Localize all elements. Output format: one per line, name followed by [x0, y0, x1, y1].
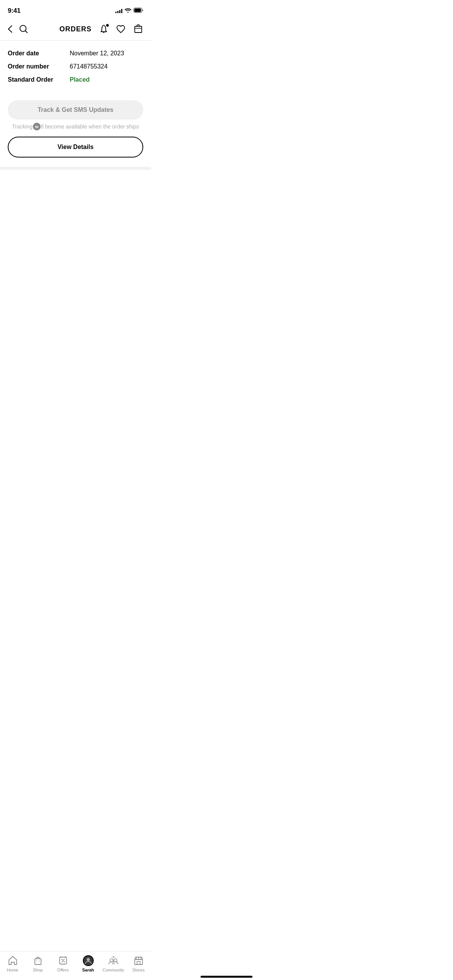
svg-rect-1 [134, 9, 141, 12]
svg-rect-3 [135, 26, 142, 33]
nav-header-right [114, 22, 145, 36]
back-button[interactable] [6, 24, 14, 34]
tracking-note: Tracking w ll become available when the … [8, 123, 143, 130]
nav-header: ORDERS [0, 19, 151, 41]
tracking-note-suffix: ll become available when the order ships [41, 123, 139, 130]
order-number-label: Order number [8, 63, 70, 70]
tracking-dot: w [33, 123, 41, 130]
search-button[interactable] [18, 23, 29, 35]
order-status-value: Placed [70, 76, 90, 83]
page-title: ORDERS [59, 25, 91, 33]
notifications-button[interactable] [98, 23, 110, 35]
notification-badge [106, 24, 109, 27]
signal-icon [115, 9, 122, 13]
nav-header-left [6, 23, 37, 35]
status-time: 9:41 [8, 7, 21, 15]
action-section: Track & Get SMS Updates Tracking w ll be… [0, 97, 151, 165]
view-details-button[interactable]: View Details [8, 137, 143, 158]
view-details-label: View Details [57, 144, 93, 151]
order-info-section: Order date November 12, 2023 Order numbe… [0, 41, 151, 97]
standard-order-label: Standard Order [8, 76, 70, 83]
status-icons [115, 7, 143, 14]
order-status-row: Standard Order Placed [8, 76, 143, 83]
wifi-icon [125, 7, 131, 14]
order-date-row: Order date November 12, 2023 [8, 50, 143, 57]
order-number-row: Order number 67148755324 [8, 63, 143, 70]
tracking-note-prefix: Tracking [12, 123, 33, 130]
section-separator [0, 167, 151, 170]
order-date-value: November 12, 2023 [70, 50, 124, 57]
track-sms-button[interactable]: Track & Get SMS Updates [8, 100, 143, 120]
track-btn-label: Track & Get SMS Updates [38, 106, 113, 113]
nav-header-inner: ORDERS [6, 22, 145, 36]
status-bar: 9:41 [0, 0, 151, 19]
order-date-label: Order date [8, 50, 70, 57]
battery-icon [134, 7, 143, 14]
order-number-value: 67148755324 [70, 63, 108, 70]
cart-button[interactable] [132, 22, 145, 36]
wishlist-button[interactable] [115, 23, 127, 35]
